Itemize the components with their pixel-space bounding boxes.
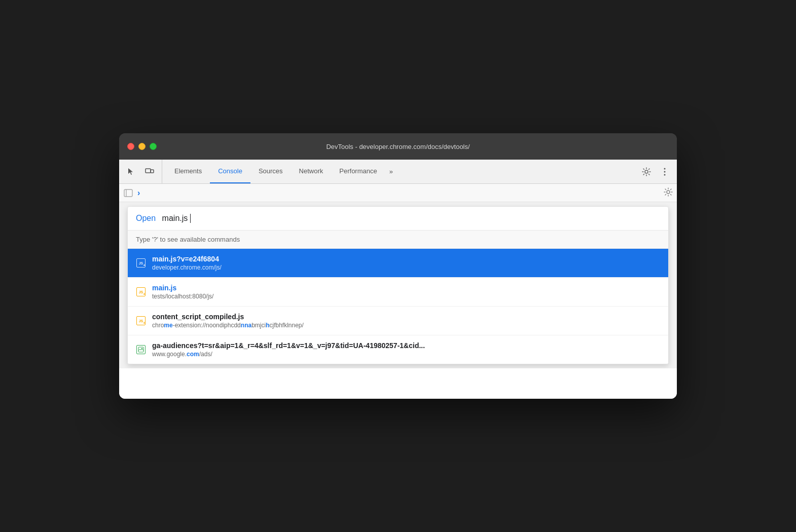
result-filename: ga-audiences?t=sr&aip=1&_r=4&slf_rd=1&v=… <box>152 341 660 350</box>
maximize-button[interactable] <box>150 143 157 150</box>
devtools-body: Elements Console Sources Network Perform… <box>119 160 677 399</box>
svg-point-3 <box>664 168 666 169</box>
titlebar: DevTools - developer.chrome.com/docs/dev… <box>119 133 677 160</box>
tab-console[interactable]: Console <box>210 160 250 183</box>
cursor-inspector-button[interactable] <box>123 164 139 180</box>
svg-point-8 <box>667 191 670 194</box>
svg-point-2 <box>645 170 648 173</box>
svg-point-5 <box>664 174 666 175</box>
hint-text: Type '?' to see available commands <box>128 231 668 249</box>
sidebar-toggle-icon[interactable] <box>123 188 133 198</box>
result-path: developer.chrome.com/js/ <box>152 264 660 271</box>
result-info: content_script_compiled.js chrome-extens… <box>152 313 660 329</box>
result-filename: content_script_compiled.js <box>152 313 660 321</box>
svg-rect-6 <box>124 189 132 197</box>
secondary-toolbar: › <box>119 184 677 202</box>
svg-rect-1 <box>151 170 154 173</box>
result-path: www.google.com/ads/ <box>152 351 660 358</box>
content-area <box>119 368 677 399</box>
search-display: Open main.js <box>136 214 191 223</box>
search-query-text: main.js <box>162 214 188 223</box>
toolbar-icon-group <box>123 160 162 183</box>
result-item[interactable]: JS + content_script_compiled.js chrome-e… <box>128 307 668 335</box>
main-toolbar: Elements Console Sources Network Perform… <box>119 160 677 184</box>
search-area: Open main.js <box>128 207 668 231</box>
settings-button[interactable] <box>638 164 655 180</box>
file-icon-js-yellow-2: JS + <box>136 316 146 326</box>
minimize-button[interactable] <box>138 143 146 150</box>
result-path: chrome-extension://noondiphcddnnabmjcihc… <box>152 322 660 329</box>
result-info: main.js?v=e24f6804 developer.chrome.com/… <box>152 255 660 271</box>
tab-elements[interactable]: Elements <box>166 160 210 183</box>
file-icon-js-blue: JS + <box>136 258 146 268</box>
window-title: DevTools - developer.chrome.com/docs/dev… <box>326 143 469 150</box>
close-button[interactable] <box>127 143 134 150</box>
result-path: tests/localhost:8080/js/ <box>152 293 660 300</box>
result-item[interactable]: JS + main.js?v=e24f6804 developer.chrome… <box>128 249 668 278</box>
result-item[interactable]: JS + main.js tests/localhost:8080/js/ <box>128 278 668 307</box>
file-icon-js-yellow: JS + <box>136 287 146 297</box>
file-icon-img-green <box>136 345 146 355</box>
secondary-settings-icon[interactable] <box>664 187 673 199</box>
svg-point-4 <box>664 171 666 172</box>
results-list: JS + main.js?v=e24f6804 developer.chrome… <box>128 249 668 364</box>
result-filename: main.js <box>152 284 660 292</box>
tab-list: Elements Console Sources Network Perform… <box>166 160 638 183</box>
breadcrumb-chevron: › <box>137 188 140 198</box>
tab-network[interactable]: Network <box>291 160 332 183</box>
svg-rect-0 <box>146 169 151 173</box>
more-tabs-button[interactable]: » <box>385 160 397 183</box>
result-info: ga-audiences?t=sr&aip=1&_r=4&slf_rd=1&v=… <box>152 341 660 358</box>
tab-sources[interactable]: Sources <box>250 160 291 183</box>
search-open-label: Open <box>136 214 156 223</box>
tab-performance[interactable]: Performance <box>331 160 385 183</box>
result-info: main.js tests/localhost:8080/js/ <box>152 284 660 300</box>
command-palette: Open main.js Type '?' to see available c… <box>127 206 669 364</box>
result-filename: main.js?v=e24f6804 <box>152 255 660 263</box>
toolbar-right-actions <box>638 160 673 183</box>
devtools-window: DevTools - developer.chrome.com/docs/dev… <box>119 133 677 399</box>
device-toggle-button[interactable] <box>141 164 158 180</box>
svg-point-10 <box>141 348 142 349</box>
traffic-lights <box>127 143 157 150</box>
more-options-button[interactable] <box>657 164 673 180</box>
result-item[interactable]: ga-audiences?t=sr&aip=1&_r=4&slf_rd=1&v=… <box>128 335 668 364</box>
text-cursor <box>190 214 191 223</box>
